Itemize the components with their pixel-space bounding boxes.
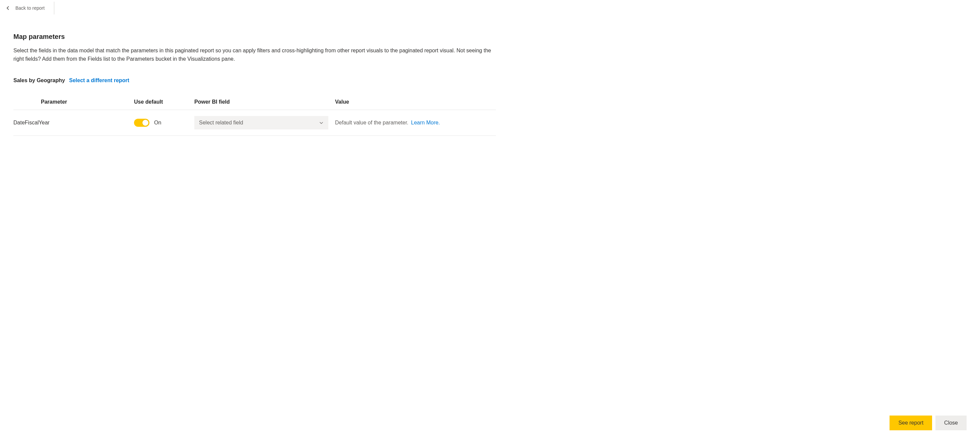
use-default-toggle[interactable]	[134, 119, 150, 127]
use-default-toggle-wrap: On	[134, 119, 191, 127]
value-cell: Default value of the parameter. Learn Mo…	[335, 120, 493, 126]
table-row: DateFiscalYear On Select related field	[13, 110, 496, 136]
select-different-report-link[interactable]: Select a different report	[69, 78, 129, 83]
page-description: Select the fields in the data model that…	[13, 46, 496, 64]
field-select-placeholder: Select related field	[199, 120, 243, 126]
toggle-knob	[142, 120, 148, 126]
report-selector: Sales by Geography Select a different re…	[13, 78, 496, 83]
parameter-name-cell: DateFiscalYear	[13, 110, 134, 136]
back-to-report-label: Back to report	[16, 5, 45, 11]
content-area: Map parameters Select the fields in the …	[0, 16, 509, 136]
column-header-parameter: Parameter	[13, 94, 134, 110]
chevron-down-icon	[319, 120, 324, 125]
column-header-use-default: Use default	[134, 94, 194, 110]
parameters-table: Parameter Use default Power BI field Val…	[13, 94, 496, 136]
top-bar: Back to report	[0, 0, 980, 16]
chevron-left-icon	[5, 5, 11, 11]
vertical-divider	[54, 2, 54, 14]
page-title: Map parameters	[13, 33, 496, 41]
report-name-label: Sales by Geography	[13, 78, 65, 83]
back-to-report-link[interactable]: Back to report	[5, 5, 45, 11]
learn-more-link[interactable]: Learn More.	[411, 120, 440, 126]
power-bi-field-select[interactable]: Select related field	[194, 116, 328, 129]
column-header-value: Value	[335, 94, 496, 110]
value-text: Default value of the parameter.	[335, 120, 409, 126]
column-header-field: Power BI field	[194, 94, 335, 110]
toggle-state-label: On	[154, 120, 161, 126]
